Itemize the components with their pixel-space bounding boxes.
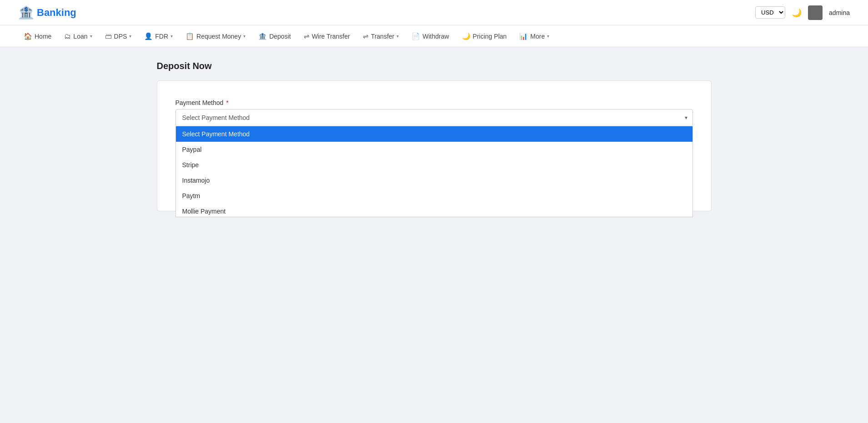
nav-fdr[interactable]: 👤 FDR ▾ xyxy=(139,25,178,47)
option-stripe[interactable]: Stripe xyxy=(176,157,692,173)
nav-pricing-plan[interactable]: 🌙 Pricing Plan xyxy=(457,25,512,47)
nav-more[interactable]: 📊 More ▾ xyxy=(514,25,555,47)
payment-method-select-container: Select Payment Method ▾ Select Payment M… xyxy=(176,109,693,126)
logo: 🏦 Banking xyxy=(18,5,76,20)
nav-deposit[interactable]: 🏦 Deposit xyxy=(253,25,296,47)
nav-wire-transfer-label: Wire Transfer xyxy=(312,33,350,40)
topbar: 🏦 Banking USD 🌙 admina xyxy=(0,0,868,25)
nav-transfer-label: Transfer xyxy=(371,33,395,40)
loan-chevron-icon: ▾ xyxy=(90,34,92,39)
option-paypal[interactable]: Paypal xyxy=(176,142,692,157)
nav-deposit-label: Deposit xyxy=(269,33,291,40)
wire-transfer-icon: ⇌ xyxy=(304,32,310,40)
loan-icon: 🗂 xyxy=(64,32,71,40)
navbar: 🏠 Home 🗂 Loan ▾ 🗃 DPS ▾ 👤 FDR ▾ 📋 Reques… xyxy=(0,25,868,47)
option-select-payment-method[interactable]: Select Payment Method xyxy=(176,126,692,142)
select-trigger-text: Select Payment Method xyxy=(182,114,250,121)
more-icon: 📊 xyxy=(519,32,528,40)
nav-more-label: More xyxy=(530,33,545,40)
more-chevron-icon: ▾ xyxy=(547,34,549,39)
form-card: Payment Method * Select Payment Method ▾… xyxy=(157,80,712,211)
nav-withdraw[interactable]: 📄 Withdraw xyxy=(406,25,454,47)
nav-dps-label: DPS xyxy=(114,33,127,40)
home-icon: 🏠 xyxy=(24,32,32,40)
nav-request-money-label: Request Money xyxy=(196,33,241,40)
pricing-plan-icon: 🌙 xyxy=(462,32,471,40)
fdr-chevron-icon: ▾ xyxy=(171,34,173,39)
transfer-chevron-icon: ▾ xyxy=(396,34,399,39)
deposit-icon: 🏦 xyxy=(258,32,267,40)
required-marker: * xyxy=(226,99,228,106)
page-title: Deposit Now xyxy=(157,61,712,71)
nav-request-money[interactable]: 📋 Request Money ▾ xyxy=(180,25,251,47)
payment-method-dropdown: Select Payment Method Paypal Stripe Inst… xyxy=(176,126,693,217)
payment-method-select-trigger[interactable]: Select Payment Method ▾ xyxy=(176,109,693,126)
request-money-chevron-icon: ▾ xyxy=(243,34,246,39)
username-label: admina xyxy=(829,9,850,16)
payment-method-label: Payment Method * xyxy=(176,99,693,106)
logo-text: Banking xyxy=(37,7,76,19)
dps-icon: 🗃 xyxy=(105,32,112,40)
logo-icon: 🏦 xyxy=(18,5,34,20)
transfer-icon: ⇌ xyxy=(363,32,369,40)
nav-dps[interactable]: 🗃 DPS ▾ xyxy=(100,25,137,47)
main-content: Deposit Now Payment Method * Select Paym… xyxy=(139,47,730,225)
fdr-icon: 👤 xyxy=(144,32,153,40)
nav-wire-transfer[interactable]: ⇌ Wire Transfer xyxy=(298,25,356,47)
currency-select[interactable]: USD xyxy=(755,6,785,19)
avatar xyxy=(808,5,823,20)
option-mollie-payment[interactable]: Mollie Payment xyxy=(176,204,692,217)
nav-pricing-plan-label: Pricing Plan xyxy=(473,33,507,40)
dps-chevron-icon: ▾ xyxy=(129,34,131,39)
request-money-icon: 📋 xyxy=(186,32,194,40)
withdraw-icon: 📄 xyxy=(411,32,420,40)
nav-loan[interactable]: 🗂 Loan ▾ xyxy=(59,25,97,47)
nav-withdraw-label: Withdraw xyxy=(422,33,449,40)
select-chevron-icon: ▾ xyxy=(685,114,687,121)
option-paytm[interactable]: Paytm xyxy=(176,188,692,204)
nav-loan-label: Loan xyxy=(73,33,87,40)
nav-fdr-label: FDR xyxy=(155,33,168,40)
nav-home[interactable]: 🏠 Home xyxy=(18,25,57,47)
option-instamojo[interactable]: Instamojo xyxy=(176,173,692,188)
nav-home-label: Home xyxy=(35,33,51,40)
topbar-right: USD 🌙 admina xyxy=(755,5,850,20)
payment-method-group: Payment Method * Select Payment Method ▾… xyxy=(176,99,693,155)
nav-transfer[interactable]: ⇌ Transfer ▾ xyxy=(357,25,405,47)
theme-toggle-icon[interactable]: 🌙 xyxy=(792,8,802,18)
